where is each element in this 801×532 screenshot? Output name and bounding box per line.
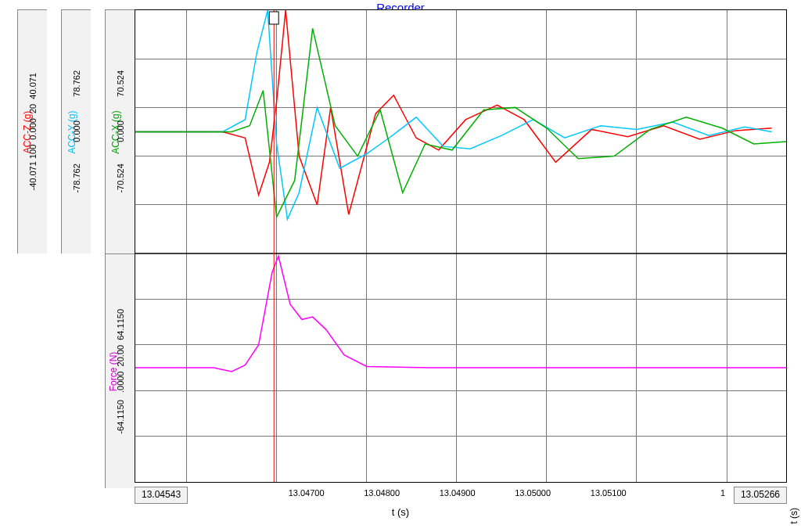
xaxis-start-readout[interactable]: 13.04543 — [135, 487, 188, 504]
xaxis-tickbar: 13.0470013.0480013.0490013.0500013.05100… — [188, 487, 734, 504]
xaxis-tick: 1 — [720, 488, 725, 498]
xaxis-tick: 13.04700 — [289, 488, 325, 498]
xaxis-tick: 13.05100 — [591, 488, 627, 498]
xaxis-tick: 13.04900 — [440, 488, 476, 498]
series-force — [135, 256, 786, 372]
yaxis-ticks-acc-x: -70.524 0.000 70.524 — [116, 70, 125, 193]
yaxis-acc-y[interactable]: ACC-Y (g) -78.762 0.000 78.762 — [61, 9, 91, 253]
xaxis-label: t (s) — [0, 506, 801, 518]
xaxis-tick: 13.04800 — [364, 488, 400, 498]
xaxis: 13.04543 13.0470013.0480013.0490013.0500… — [135, 487, 787, 504]
yaxis-acc-x[interactable]: ACC-X (g) -70.524 0.000 70.524 — [105, 9, 135, 253]
xaxis-end-readout[interactable]: 13.05266 — [734, 487, 787, 504]
yaxis-ticks-acc-z: -40.071 100 0.000 20 40.071 — [28, 73, 38, 190]
yaxis-ticks-force: -64.1150 .0000 20.00 64.1150 — [116, 309, 125, 434]
yaxis-group: ACC-Z (g) -40.071 100 0.000 20 40.071 AC… — [0, 9, 133, 498]
series-acc-x — [135, 28, 786, 217]
series-acc-z — [135, 10, 772, 214]
series-acc-y — [135, 10, 772, 219]
right-edge-label: t (s) — [788, 508, 799, 524]
yaxis-acc-z[interactable]: ACC-Z (g) -40.071 100 0.000 20 40.071 — [17, 9, 47, 253]
time-cursor-handle[interactable] — [269, 12, 278, 24]
xaxis-tick: 13.05000 — [515, 488, 551, 498]
yaxis-force[interactable]: Force (N) -64.1150 .0000 20.00 64.1150 — [105, 253, 135, 488]
plot-area[interactable] — [135, 9, 787, 483]
yaxis-ticks-acc-y: -78.762 0.000 78.762 — [72, 70, 81, 193]
